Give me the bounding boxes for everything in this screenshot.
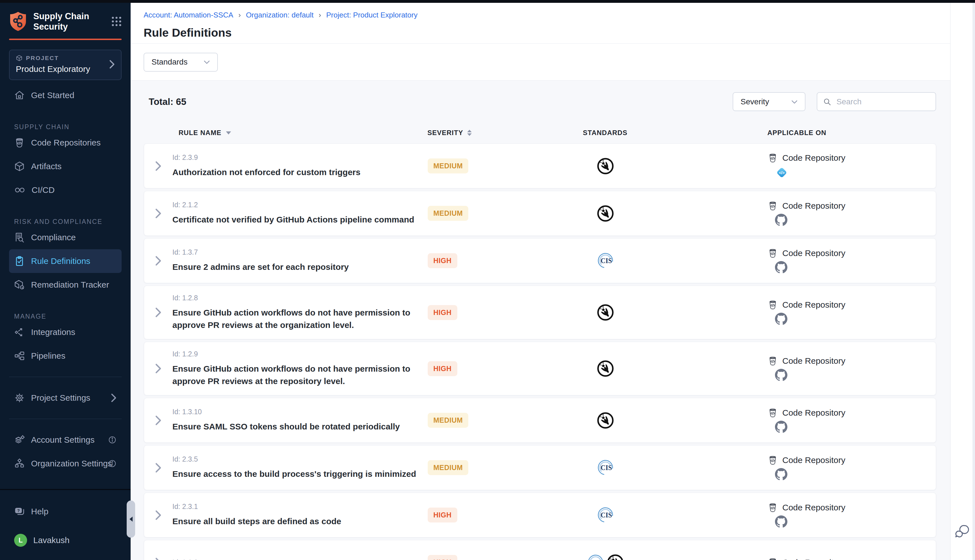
severity-cell: HIGH	[428, 508, 546, 522]
info-icon	[108, 459, 117, 468]
scrollbar-track[interactable]	[972, 3, 975, 560]
sidebar-item-code-repositories[interactable]: Code Repositories	[9, 131, 122, 155]
collapse-left-icon	[130, 517, 133, 522]
nav-section-supply-chain: SUPPLY CHAIN	[9, 118, 122, 131]
search-box	[817, 92, 936, 111]
rule-row[interactable]: Id: 2.3.1Ensure all build steps are defi…	[144, 493, 936, 537]
rule-row[interactable]: Id: 1.3.10Ensure SAML SSO tokens should …	[144, 398, 936, 443]
repo-bucket-icon	[768, 455, 778, 465]
total-count: Total: 65	[144, 97, 186, 107]
svg-text:</>: </>	[779, 170, 785, 175]
row-chevron-icon	[155, 307, 161, 318]
home-icon	[14, 90, 25, 101]
user-menu[interactable]: L Lavakush	[9, 528, 122, 552]
rule-name: Ensure GitHub action workflows do not ha…	[172, 363, 421, 387]
cis-icon: CIS	[586, 553, 605, 560]
owasp-icon	[596, 411, 615, 430]
column-header-label: STANDARDS	[583, 129, 628, 137]
expand-row-button[interactable]	[152, 460, 164, 476]
severity-badge: HIGH	[428, 555, 457, 560]
sidebar-item-compliance[interactable]: Compliance	[9, 226, 122, 249]
rule-row[interactable]: Id: 1.3.7Ensure 2 admins are set for eac…	[144, 238, 936, 283]
rule-row[interactable]: Id: 2.3.9Authorization not enforced for …	[144, 143, 936, 188]
expand-row-button[interactable]	[152, 361, 164, 377]
cube-icon	[16, 55, 23, 62]
severity-badge: HIGH	[428, 508, 457, 522]
standards-cell: CIS	[596, 252, 615, 270]
applicable-on-label: Code Repository	[782, 558, 845, 560]
cis-icon: CIS	[596, 252, 615, 270]
sidebar-item-artifacts[interactable]: Artifacts	[9, 155, 122, 178]
sidebar-item-organization-settings[interactable]: Organization Settings	[9, 452, 122, 475]
standards-dropdown[interactable]: Standards	[144, 53, 218, 72]
rule-row[interactable]: Id: 2.1.2Certificate not verified by Git…	[144, 191, 936, 236]
rule-name: Ensure all build steps are defined as co…	[172, 515, 421, 528]
breadcrumb-link-organization[interactable]: Organization: default	[246, 11, 314, 20]
severity-badge: MEDIUM	[428, 206, 468, 221]
sidebar-item-pipelines[interactable]: Pipelines	[9, 344, 122, 368]
rule-row[interactable]: Id: 2.3.5Ensure access to the build proc…	[144, 445, 936, 490]
rule-name-cell: Id: 1.2.9Ensure GitHub action workflows …	[172, 342, 428, 395]
help-label: Help	[31, 507, 117, 516]
applicable-on-label: Code Repository	[782, 300, 845, 310]
expand-row-button[interactable]	[152, 205, 164, 222]
project-selector[interactable]: PROJECT Product Exploratory	[9, 50, 122, 80]
breadcrumb-link-account[interactable]: Account: Automation-SSCA	[144, 11, 233, 20]
sidebar-item-label: Artifacts	[31, 162, 117, 171]
sidebar-collapse-handle[interactable]	[127, 500, 135, 538]
standards-cell	[596, 303, 615, 322]
rules-table-section: Total: 65 Severity	[130, 81, 950, 560]
row-chevron-icon	[155, 463, 161, 473]
sidebar-item-ci-cd[interactable]: CI/CD	[9, 178, 122, 202]
expand-row-button[interactable]	[152, 305, 164, 320]
right-gutter	[950, 3, 975, 560]
sidebar-item-get-started[interactable]: Get Started	[9, 83, 122, 107]
column-header-severity[interactable]: SEVERITY	[427, 129, 546, 137]
filter-bar: Standards	[130, 44, 950, 81]
expand-row-button[interactable]	[152, 507, 164, 523]
rule-row[interactable]: Id: 1.2.8Ensure GitHub action workflows …	[144, 286, 936, 339]
module-switcher-grid-icon[interactable]	[111, 16, 122, 27]
applicable-on-label: Code Repository	[782, 503, 845, 512]
severity-dropdown-value: Severity	[741, 97, 769, 106]
sidebar-item-rule-definitions[interactable]: Rule Definitions	[9, 249, 122, 273]
column-header-label: APPLICABLE ON	[767, 129, 826, 137]
severity-badge: MEDIUM	[428, 460, 468, 475]
artifacts-cube-icon	[14, 161, 25, 172]
sidebar-item-remediation-tracker[interactable]: Remediation Tracker	[9, 273, 122, 297]
sidebar-item-integrations[interactable]: Integrations	[9, 320, 122, 344]
sidebar-item-help[interactable]: ? Help	[9, 500, 122, 523]
owasp-icon	[596, 204, 615, 223]
rule-name-cell: Id: 1.3.7Ensure 2 admins are set for eac…	[172, 240, 428, 281]
rule-row[interactable]: Id: 1.1.9HIGHCISCode Repository	[144, 540, 936, 560]
applicable-on-cell: Code Repository	[664, 408, 936, 433]
expand-row-button[interactable]	[152, 253, 164, 269]
rule-name-cell: Id: 1.1.9	[172, 550, 428, 560]
rule-row[interactable]: Id: 1.2.9Ensure GitHub action workflows …	[144, 342, 936, 395]
project-name: Product Exploratory	[16, 64, 109, 74]
help-chat-icon: ?	[14, 506, 25, 517]
severity-filter-dropdown[interactable]: Severity	[733, 92, 805, 111]
shield-logo-icon	[9, 11, 27, 32]
rule-name: Ensure 2 admins are set for each reposit…	[172, 261, 421, 273]
breadcrumb-link-project[interactable]: Project: Product Exploratory	[326, 11, 417, 20]
sidebar-item-label: Rule Definitions	[31, 256, 117, 266]
severity-cell: MEDIUM	[428, 460, 546, 475]
search-input[interactable]	[836, 97, 930, 107]
sidebar-item-account-settings[interactable]: Account Settings	[9, 428, 122, 452]
column-header-rule-name[interactable]: RULE NAME	[172, 129, 427, 137]
expand-row-button[interactable]	[152, 158, 164, 174]
row-chevron-icon	[155, 161, 161, 171]
standards-cell	[596, 204, 615, 223]
repo-bucket-icon	[768, 502, 778, 513]
standards-cell	[596, 359, 615, 378]
expand-row-button[interactable]	[152, 413, 164, 428]
avatar: L	[14, 534, 27, 547]
row-chevron-icon	[155, 256, 161, 266]
applicable-on-label: Code Repository	[782, 408, 845, 418]
sidebar-item-project-settings[interactable]: Project Settings	[9, 386, 122, 410]
nav-section-risk-and-compliance: RISK AND COMPLIANCE	[9, 213, 122, 226]
expand-row-button[interactable]	[152, 555, 164, 560]
support-chat-launcher-icon[interactable]	[954, 524, 971, 540]
applicable-on-cell: Code Repository	[664, 300, 936, 325]
